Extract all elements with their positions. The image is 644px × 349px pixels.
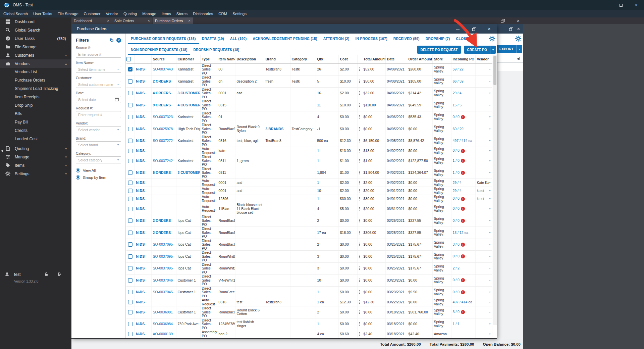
cell-vendor[interactable]: ▾ — [475, 87, 492, 99]
restore-icon[interactable] — [501, 20, 503, 23]
table-row[interactable]: N-DS4 ORDERS3 CUSTOMERSDirect Sales PO00… — [126, 87, 492, 99]
gear-icon[interactable] — [489, 36, 495, 42]
cell-cb[interactable] — [126, 318, 135, 330]
row-menu-icon[interactable]: ⋮ — [358, 91, 362, 95]
table-row[interactable]: N-DS2 ORDERSIqos CatDirect Sales PORounB… — [126, 215, 492, 227]
table-row[interactable]: N-DSSO-0036981Customer 1Direct Sales POR… — [126, 306, 492, 318]
tab-dashboard[interactable]: Dashboard× — [71, 17, 112, 24]
table-row[interactable]: N-DS5 ORDERS3 CUSTOMERSDirect Sales PO03… — [126, 167, 492, 179]
row-checkbox[interactable] — [128, 322, 132, 326]
cell-incoming[interactable]: 0 / 0! — [451, 286, 475, 298]
cell-dots[interactable]: ⋮ — [357, 111, 362, 123]
window-minimize-button[interactable] — [450, 24, 466, 34]
close-icon[interactable]: × — [188, 18, 191, 23]
vertical-scrollbar[interactable] — [493, 55, 497, 325]
tab-drafts-19[interactable]: DRAFTS (19) — [199, 37, 227, 44]
cell-vendor[interactable]: ▾ — [475, 167, 492, 179]
source-link[interactable]: SO-0037045 — [153, 290, 173, 294]
row-checkbox[interactable] — [128, 197, 132, 201]
cell-vendor[interactable]: ▾ — [475, 63, 492, 76]
menu-item-global-search[interactable]: Global Search — [1, 10, 31, 17]
cell-dots[interactable]: ⋮ — [357, 63, 362, 76]
row-checkbox[interactable] — [128, 115, 132, 119]
source-link[interactable]: SO-0037323 — [153, 115, 173, 119]
row-checkbox[interactable] — [128, 310, 132, 314]
logout-icon[interactable] — [57, 272, 62, 277]
cell-dots[interactable]: ⋮ — [357, 167, 362, 179]
source-link[interactable]: 5 ORDERS — [153, 170, 171, 174]
table-row[interactable]: N-DSSO-0037095Iqos CatDirect Sales PORou… — [126, 251, 492, 263]
filter-request-input[interactable]: Enter request # — [76, 111, 121, 118]
sidebar-item-customers[interactable]: Customers▾ — [0, 51, 71, 59]
gear-icon[interactable] — [515, 36, 521, 42]
incoming-po-link[interactable]: 1 / 1 — [453, 322, 460, 326]
incoming-po-link[interactable]: 0 / 0 — [453, 278, 460, 282]
cell-cb[interactable] — [126, 215, 135, 227]
sidebar-item-items[interactable]: Items▾ — [0, 161, 71, 169]
cell-vendor[interactable]: ▾ — [475, 203, 492, 215]
incoming-po-link[interactable]: 60 / 29 — [453, 127, 464, 131]
row-menu-icon[interactable]: ⋮ — [358, 332, 362, 336]
cell-incoming[interactable]: 60 / 29 — [451, 123, 475, 135]
cell-incoming[interactable]: 1 / 0! — [451, 155, 475, 167]
row-checkbox[interactable] — [128, 254, 132, 259]
filter-category-input[interactable]: Select category▾ — [76, 156, 121, 163]
menu-item-stores[interactable]: Stores — [174, 10, 190, 17]
source-link[interactable]: SO-0036981 — [153, 310, 173, 314]
source-link[interactable]: SO-0037443 — [153, 67, 173, 71]
cell-brand[interactable]: 3 BRANDS — [264, 123, 290, 135]
row-menu-icon[interactable]: ⋮ — [358, 230, 362, 235]
row-menu-icon[interactable]: ⋮ — [358, 290, 362, 294]
menu-item-customer[interactable]: Customer — [81, 10, 103, 17]
cell-source[interactable]: 2 ORDERS — [151, 76, 176, 88]
export-button[interactable]: EXPORT ▾ — [496, 45, 522, 53]
source-link[interactable]: SO-0037095 — [153, 266, 173, 270]
filter-source-input[interactable]: Enter source # — [76, 51, 121, 58]
row-menu-icon[interactable]: ⋮ — [358, 242, 362, 247]
vendor-select[interactable]: ▾ — [477, 139, 491, 143]
cell-customer[interactable]: 3 CUSTOMERS — [176, 167, 200, 179]
cell-vendor[interactable]: ▾ — [475, 306, 492, 318]
filter-customer-input[interactable]: Select customer name▾ — [76, 81, 121, 88]
radio-group-by-item[interactable]: Group by Item — [76, 175, 121, 180]
table-row[interactable]: N-DSSO-0037272KarinatestDirect Sales PO0… — [126, 135, 492, 147]
cell-dots[interactable]: ⋮ — [357, 215, 362, 227]
cell-cb[interactable] — [126, 135, 135, 147]
cell-vendor[interactable]: Kate Ka▾ — [475, 179, 492, 187]
cell-dots[interactable]: ⋮ — [357, 76, 362, 88]
row-menu-icon[interactable]: ⋮ — [358, 218, 362, 223]
vendor-select[interactable]: ▾ — [477, 300, 491, 304]
cell-customer[interactable]: 4 CUSTOMERS — [176, 99, 200, 111]
vendor-select[interactable]: ▾ — [477, 231, 491, 235]
cell-source[interactable]: 2 ORDERS — [151, 215, 176, 227]
table-row[interactable]: N-DSAO-0000139Assembly POnon 24 ea$0.60⋮… — [126, 330, 492, 338]
cell-cb[interactable] — [126, 147, 135, 155]
cell-dots[interactable]: ⋮ — [357, 251, 362, 263]
cell-incoming[interactable]: 0 / 0! — [451, 251, 475, 263]
customer-link[interactable]: 3 CUSTOMERS — [178, 170, 201, 174]
vendor-select[interactable]: ktest▾ — [477, 197, 491, 201]
sidebar-item-quoting[interactable]: Quoting▾ — [0, 144, 71, 153]
row-checkbox[interactable] — [128, 231, 132, 235]
row-checkbox[interactable] — [128, 278, 132, 283]
filter-item-name-input[interactable]: Select item name▾ — [76, 66, 121, 73]
cell-cb[interactable] — [126, 203, 135, 215]
cell-incoming[interactable]: 13 / 12 ea — [451, 227, 475, 239]
close-icon[interactable]: × — [148, 18, 150, 23]
cell-source[interactable]: SO-0037242 — [151, 155, 176, 167]
table-row[interactable]: N-DS2 ORDERSKarinatestDirect Sales POghd… — [126, 76, 492, 88]
incoming-po-link[interactable]: 0 / 0 — [453, 218, 460, 222]
cell-dots[interactable]: ⋮ — [357, 318, 362, 330]
table-row[interactable]: N-DSSO-0037323KarinatestDirect Sales PO0… — [126, 111, 492, 123]
row-checkbox[interactable] — [128, 189, 132, 193]
app-minimize-button[interactable] — [598, 0, 613, 10]
table-row[interactable]: N-DSSO-0036984739 Park AveDirect Sales P… — [126, 318, 492, 330]
cell-dots[interactable]: ⋮ — [357, 87, 362, 99]
tab-sale-orders[interactable]: Sale Orders× — [112, 17, 152, 24]
table-row[interactable]: N-DSSO-0025978High Tech DisplayDirect Sa… — [126, 123, 492, 135]
cell-cb[interactable] — [126, 179, 135, 187]
row-menu-icon[interactable]: ⋮ — [358, 188, 362, 193]
menu-item-quoting[interactable]: Quoting — [121, 10, 140, 17]
tab-dropship-requests-18[interactable]: DROPSHIP REQUESTS (18) — [190, 48, 242, 55]
vendor-select[interactable]: ▾ — [477, 322, 491, 326]
